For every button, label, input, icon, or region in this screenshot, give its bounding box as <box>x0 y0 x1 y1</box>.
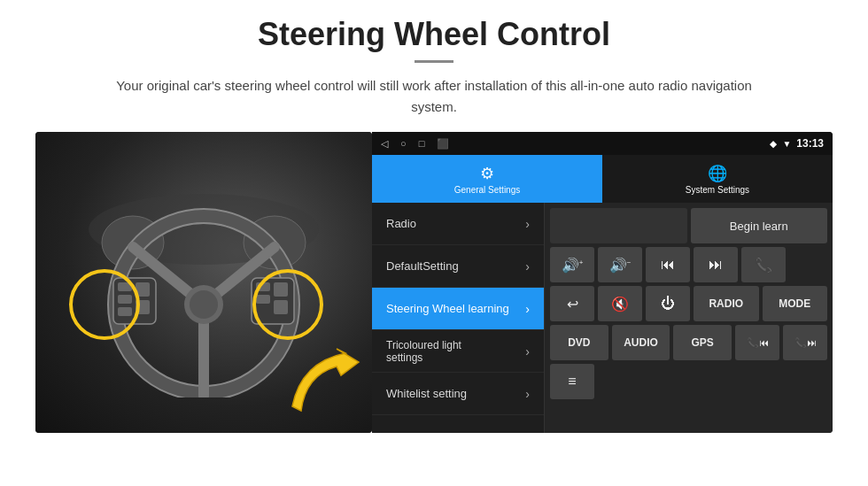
vol-up-icon: 🔊+ <box>562 257 584 274</box>
menu-whitelist-chevron: › <box>525 387 530 401</box>
content-row: ◁ ○ □ ⬛ ◆ ▼ 13:13 ⚙ General Settings <box>35 132 833 433</box>
vol-up-button[interactable]: 🔊+ <box>550 247 594 282</box>
highlight-circle-left <box>69 269 140 340</box>
highlight-circle-right <box>252 269 323 340</box>
page-title: Steering Wheel Control <box>258 16 610 53</box>
dvd-label: DVD <box>568 336 590 349</box>
phone-next-icon: 📞⏭ <box>794 337 817 349</box>
ctrl-row-3: ↩ 🔇 ⏻ RADIO MODE <box>550 286 827 321</box>
phone-next-button[interactable]: 📞⏭ <box>783 325 827 360</box>
ctrl-row-2: 🔊+ 🔊− ⏮ ⏭ 📞 <box>550 247 827 282</box>
page-subtitle: Your original car's steering wheel contr… <box>115 75 753 118</box>
menu-tricoloured-chevron: › <box>525 344 530 359</box>
clock: 13:13 <box>796 137 824 150</box>
car-image <box>35 132 372 433</box>
status-right: ◆ ▼ 13:13 <box>770 137 824 150</box>
signal-icon: ▼ <box>782 139 791 149</box>
vol-down-icon: 🔊− <box>609 257 632 274</box>
ctrl-empty-box <box>550 208 687 243</box>
radio-label: RADIO <box>709 297 743 310</box>
menu-default-chevron: › <box>525 259 530 274</box>
tab-system-label: System Settings <box>686 185 749 195</box>
arrow-svg <box>283 344 363 415</box>
control-panel: Begin learn 🔊+ 🔊− ⏮ <box>545 203 833 433</box>
audio-label: AUDIO <box>624 336 658 349</box>
phone-prev-icon: 📞⏮ <box>747 337 769 349</box>
system-settings-icon: 🌐 <box>708 164 727 183</box>
power-button[interactable]: ⏻ <box>646 286 690 321</box>
status-bar: ◁ ○ □ ⬛ ◆ ▼ 13:13 <box>372 132 833 155</box>
tab-bar: ⚙ General Settings 🌐 System Settings <box>372 155 833 203</box>
menu-steering[interactable]: Steering Wheel learning › <box>372 288 544 330</box>
gps-button[interactable]: GPS <box>673 325 732 360</box>
begin-learn-button[interactable]: Begin learn <box>691 208 828 243</box>
title-divider <box>415 60 453 63</box>
home-icon[interactable]: ○ <box>400 138 407 149</box>
menu-steering-chevron: › <box>525 302 530 316</box>
menu-whitelist-label: Whitelist setting <box>386 387 467 400</box>
gps-icon: ◆ <box>770 139 777 149</box>
ctrl-row-4: DVD AUDIO GPS 📞⏮ 📞⏭ <box>550 325 827 360</box>
tab-general[interactable]: ⚙ General Settings <box>372 155 602 203</box>
menu-steering-label: Steering Wheel learning <box>386 302 509 315</box>
tab-system[interactable]: 🌐 System Settings <box>602 155 833 203</box>
menu-list: Radio › DefaultSetting › Steering Wheel … <box>372 203 545 433</box>
mode-label: MODE <box>779 297 810 310</box>
mode-button[interactable]: MODE <box>763 286 828 321</box>
back-icon[interactable]: ◁ <box>381 138 388 150</box>
vol-down-button[interactable]: 🔊− <box>598 247 642 282</box>
android-panel: ◁ ○ □ ⬛ ◆ ▼ 13:13 ⚙ General Settings <box>372 132 833 433</box>
svg-point-9 <box>190 290 218 319</box>
phone-button[interactable]: 📞 <box>741 247 786 282</box>
car-bg <box>35 132 372 433</box>
list-button[interactable]: ≡ <box>550 364 594 399</box>
list-icon: ≡ <box>568 374 576 390</box>
ctrl-row-5: ≡ <box>550 364 827 399</box>
phone-prev-button[interactable]: 📞⏮ <box>735 325 779 360</box>
mute-icon: 🔇 <box>611 296 629 312</box>
power-icon: ⏻ <box>661 296 675 312</box>
menu-default[interactable]: DefaultSetting › <box>372 245 544 288</box>
status-nav-icons: ◁ ○ □ ⬛ <box>381 138 449 150</box>
prev-track-icon: ⏮ <box>661 257 675 273</box>
menu-default-label: DefaultSetting <box>386 259 459 273</box>
next-track-icon: ⏭ <box>709 257 723 273</box>
menu-tricoloured[interactable]: Tricoloured lightsettings › <box>372 330 544 373</box>
mute-button[interactable]: 🔇 <box>598 286 642 321</box>
menu-radio-label: Radio <box>386 217 416 230</box>
menu-radio[interactable]: Radio › <box>372 203 544 245</box>
prev-track-button[interactable]: ⏮ <box>646 247 690 282</box>
recents-icon[interactable]: □ <box>419 138 425 149</box>
gps-label: GPS <box>692 336 714 349</box>
tab-general-label: General Settings <box>454 185 521 195</box>
audio-button[interactable]: AUDIO <box>612 325 670 360</box>
menu-whitelist[interactable]: Whitelist setting › <box>372 373 544 415</box>
screenshot-icon[interactable]: ⬛ <box>437 138 449 150</box>
back-call-button[interactable]: ↩ <box>550 286 594 321</box>
menu-radio-chevron: › <box>525 217 530 231</box>
phone-icon: 📞 <box>755 257 772 274</box>
radio-button[interactable]: RADIO <box>694 286 759 321</box>
general-settings-icon: ⚙ <box>480 164 494 183</box>
dvd-button[interactable]: DVD <box>550 325 608 360</box>
main-area: Radio › DefaultSetting › Steering Wheel … <box>372 203 833 433</box>
back-call-icon: ↩ <box>567 296 578 312</box>
next-track-button[interactable]: ⏭ <box>694 247 738 282</box>
ctrl-row-1: Begin learn <box>550 208 827 243</box>
page-container: Steering Wheel Control Your original car… <box>0 0 868 486</box>
menu-tricoloured-label: Tricoloured lightsettings <box>386 339 461 364</box>
